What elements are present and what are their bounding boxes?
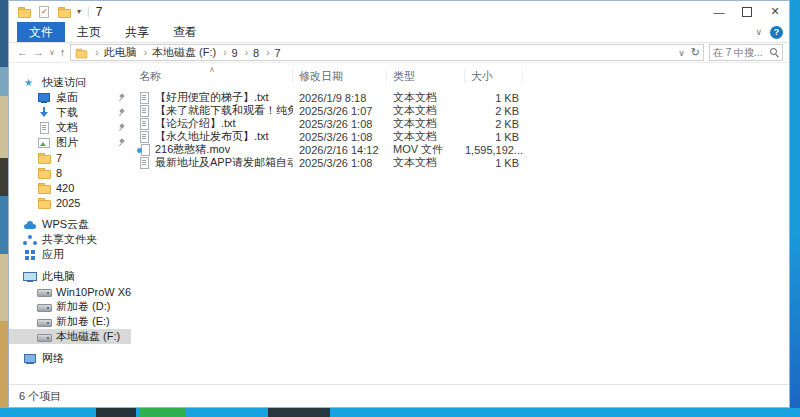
quick-access-toolbar: ▾ |: [9, 6, 90, 18]
file-size: 1 KB: [465, 157, 523, 169]
pin-icon: [118, 94, 125, 101]
properties-icon[interactable]: [37, 6, 51, 18]
sidebar-item-icon: [37, 286, 51, 298]
window-title: 7: [96, 5, 103, 19]
breadcrumb[interactable]: 此电脑本地磁盘 (F:)987 ∨ ↻: [70, 44, 704, 61]
explorer-window: ▾ | 7 — ✕ 文件主页共享查看 ∨ ? ← → ∨ ↑ 此电脑本地磁盘 (…: [8, 0, 790, 408]
close-button[interactable]: ✕: [761, 1, 789, 22]
sidebar-item[interactable]: 新加卷 (E:): [9, 314, 131, 329]
file-type-icon: [137, 157, 151, 169]
sidebar-item-icon: [23, 77, 37, 89]
breadcrumb-item[interactable]: 此电脑: [90, 45, 136, 60]
file-size: 2 KB: [465, 105, 523, 117]
window-controls: — ✕: [705, 1, 789, 22]
status-bar: 6 个项目: [9, 384, 789, 407]
file-date: 2025/3/26 1:08: [293, 131, 387, 143]
sidebar-item-icon: [23, 271, 37, 283]
address-bar: ← → ∨ ↑ 此电脑本地磁盘 (F:)987 ∨ ↻ 在 7 中搜...: [9, 43, 789, 63]
sidebar-item-label: 文档: [56, 120, 78, 135]
search-icon[interactable]: [770, 48, 779, 57]
file-type-icon: [137, 92, 151, 104]
back-icon[interactable]: ←: [17, 47, 28, 58]
breadcrumb-item[interactable]: 8: [240, 47, 259, 59]
pin-icon: [118, 124, 125, 131]
taskbar-sliver[interactable]: [0, 408, 800, 417]
sidebar-item[interactable]: 此电脑: [9, 269, 131, 284]
sidebar-item-icon: [37, 107, 51, 119]
item-count: 6 个项目: [19, 389, 61, 404]
sidebar-item-label: 桌面: [56, 90, 78, 105]
sidebar-item-label: 共享文件夹: [42, 232, 97, 247]
ribbon-tab[interactable]: 主页: [65, 22, 113, 42]
file-size: 1,595,192...: [465, 144, 523, 156]
search-box[interactable]: 在 7 中搜...: [709, 44, 783, 61]
sidebar-item[interactable]: 7: [9, 150, 131, 165]
sidebar-item-label: 2025: [56, 197, 80, 209]
file-date: 2025/3/26 1:07: [293, 105, 387, 117]
sidebar-item[interactable]: WPS云盘: [9, 217, 131, 232]
sidebar-item-icon: [37, 331, 51, 343]
sidebar-item[interactable]: 文档: [9, 120, 131, 135]
sidebar-item[interactable]: 应用: [9, 247, 131, 262]
maximize-button[interactable]: [733, 1, 761, 22]
main-area: 快速访问 桌面 下载 文档 图片: [9, 63, 789, 384]
column-headers: 名称 ∧ 修改日期 类型 大小: [131, 67, 789, 85]
refresh-icon[interactable]: ↻: [691, 46, 700, 59]
sidebar-item-icon: [37, 316, 51, 328]
sidebar-item[interactable]: Win10ProW X64 (C:): [9, 284, 131, 299]
file-date: 2025/3/26 1:08: [293, 157, 387, 169]
sidebar-item[interactable]: 网络: [9, 351, 131, 366]
sidebar-item-label: 图片: [56, 135, 78, 150]
divider: |: [87, 6, 90, 17]
sidebar-item[interactable]: 2025: [9, 195, 131, 210]
file-type-icon: [137, 105, 151, 117]
new-folder-icon[interactable]: [57, 6, 71, 18]
collapse-ribbon-icon[interactable]: ∨: [755, 27, 762, 37]
column-header-size[interactable]: 大小: [465, 69, 523, 83]
taskbar-icon[interactable]: [268, 408, 330, 417]
breadcrumb-item[interactable]: 本地磁盘 (F:): [139, 45, 217, 60]
address-right-controls: ∨ ↻: [678, 46, 700, 59]
sidebar-item[interactable]: 8: [9, 165, 131, 180]
file-name: 最新地址及APP请发邮箱自动获取！！！ ...: [155, 155, 293, 170]
window-folder-icon: [17, 6, 31, 18]
help-icon[interactable]: ?: [770, 26, 783, 39]
sidebar-item[interactable]: 图片: [9, 135, 131, 150]
breadcrumb-item[interactable]: 9: [218, 47, 237, 59]
recent-locations-icon[interactable]: ∨: [49, 49, 55, 57]
sidebar-item[interactable]: 本地磁盘 (F:): [9, 329, 131, 344]
address-dropdown-icon[interactable]: ∨: [678, 48, 685, 58]
sidebar-item-icon: [23, 249, 37, 261]
sidebar-item[interactable]: 桌面: [9, 90, 131, 105]
column-header-type[interactable]: 类型: [387, 69, 465, 83]
sidebar-item-label: 本地磁盘 (F:): [56, 329, 120, 344]
minimize-button[interactable]: —: [705, 1, 733, 22]
ribbon-tab[interactable]: 文件: [17, 22, 65, 42]
sidebar-item-label: WPS云盘: [42, 217, 89, 232]
up-icon[interactable]: ↑: [60, 47, 66, 58]
file-type-icon: [137, 131, 151, 143]
sidebar-item-label: 420: [56, 182, 74, 194]
column-header-name[interactable]: 名称 ∧: [131, 69, 293, 83]
breadcrumb-item[interactable]: 7: [261, 47, 280, 59]
sidebar-item[interactable]: 快速访问: [9, 75, 131, 90]
file-date: 2026/1/9 8:18: [293, 92, 387, 104]
taskbar-icon[interactable]: [96, 408, 136, 417]
file-row[interactable]: 最新地址及APP请发邮箱自动获取！！！ ... 2025/3/26 1:08 文…: [131, 156, 789, 169]
ribbon-tab[interactable]: 查看: [161, 22, 209, 42]
qat-dropdown-icon[interactable]: ▾: [77, 7, 81, 16]
sidebar-item[interactable]: 共享文件夹: [9, 232, 131, 247]
sidebar-item-icon: [37, 92, 51, 104]
ribbon-tab[interactable]: 共享: [113, 22, 161, 42]
pin-icon: [118, 139, 125, 146]
navigation-pane: 快速访问 桌面 下载 文档 图片: [9, 63, 131, 384]
column-header-date[interactable]: 修改日期: [293, 69, 387, 83]
sidebar-item-icon: [37, 197, 51, 209]
sidebar-item-label: 7: [56, 152, 62, 164]
sidebar-item[interactable]: 新加卷 (D:): [9, 299, 131, 314]
sidebar-item[interactable]: 420: [9, 180, 131, 195]
taskbar-icon[interactable]: [140, 408, 186, 417]
sidebar-item[interactable]: 下载: [9, 105, 131, 120]
ribbon-tabs: 文件主页共享查看 ∨ ?: [9, 22, 789, 43]
forward-icon[interactable]: →: [33, 47, 44, 58]
